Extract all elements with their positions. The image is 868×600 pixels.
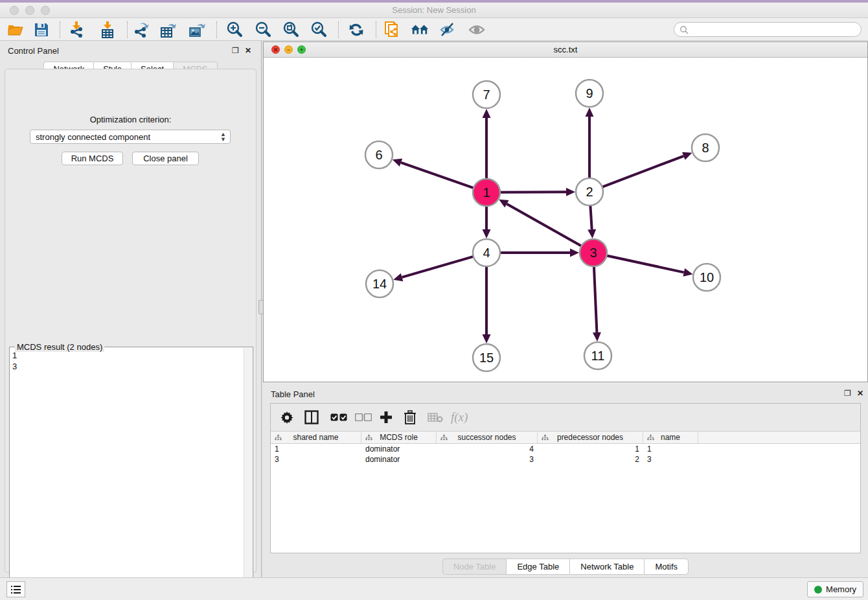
- graph-node-14[interactable]: 14: [366, 270, 393, 297]
- hide-graphics-icon[interactable]: [439, 21, 457, 39]
- close-window-icon[interactable]: [10, 6, 19, 15]
- edge-1-2[interactable]: [500, 192, 566, 192]
- graph-node-15[interactable]: 15: [473, 344, 500, 371]
- graph-node-6[interactable]: 6: [365, 141, 393, 168]
- edge-4-14[interactable]: [402, 257, 474, 277]
- float-panel-icon[interactable]: ❐: [232, 47, 239, 54]
- import-network-icon[interactable]: [67, 21, 86, 39]
- node-table-container: f(x) shared nameMCDS rolesuccessor nodes…: [270, 403, 861, 553]
- edge-arrowhead: [393, 159, 402, 167]
- svg-text:2: 2: [586, 185, 593, 199]
- select-all-icon[interactable]: [330, 409, 347, 426]
- memory-button[interactable]: Memory: [807, 581, 863, 597]
- toolbar-separator: [376, 21, 376, 38]
- criterion-value: strongly connected component: [36, 132, 150, 142]
- table-cell[interactable]: 1: [643, 444, 698, 454]
- table-settings-icon[interactable]: [280, 409, 293, 426]
- zoom-in-icon[interactable]: [225, 21, 244, 39]
- minimize-window-icon[interactable]: [25, 6, 34, 15]
- edge-arrowhead: [683, 268, 692, 277]
- table-cell[interactable]: 3: [271, 454, 361, 465]
- graph-node-8[interactable]: 8: [692, 134, 719, 161]
- column-header-shared-name[interactable]: shared name: [271, 432, 361, 443]
- main-toolbar: [0, 18, 868, 41]
- delete-column-icon[interactable]: [404, 409, 416, 426]
- window-title: Session: New Session: [0, 3, 868, 18]
- close-view-icon[interactable]: ✕: [271, 45, 280, 54]
- edge-arrowhead: [483, 334, 491, 343]
- show-graphics-icon[interactable]: [468, 21, 486, 39]
- refresh-icon[interactable]: [347, 21, 365, 39]
- graph-node-4[interactable]: 4: [473, 239, 500, 266]
- search-input[interactable]: [674, 22, 862, 37]
- network-graph: 7968124314101511: [264, 58, 867, 382]
- zoom-window-icon[interactable]: [41, 6, 50, 15]
- table-cell[interactable]: dominator: [361, 444, 437, 454]
- export-network-icon[interactable]: [132, 21, 150, 39]
- svg-text:3: 3: [589, 246, 597, 260]
- tab-motifs[interactable]: Motifs: [644, 559, 689, 575]
- zoom-selected-icon[interactable]: [310, 21, 328, 39]
- edge-3-1[interactable]: [507, 204, 581, 246]
- split-panel-icon[interactable]: [304, 409, 319, 426]
- first-neighbors-icon[interactable]: [411, 21, 429, 39]
- table-cell[interactable]: 1: [271, 444, 361, 454]
- graph-node-10[interactable]: 10: [693, 264, 720, 291]
- table-cell[interactable]: dominator: [361, 454, 437, 465]
- table-cell[interactable]: 1: [538, 444, 643, 454]
- column-header-predecessor-nodes[interactable]: predecessor nodes: [538, 432, 643, 443]
- edge-arrowhead: [483, 229, 491, 238]
- tab-network-table[interactable]: Network Table: [569, 559, 644, 575]
- table-cell[interactable]: 3: [643, 454, 698, 465]
- column-header-MCDS-role[interactable]: MCDS role: [361, 432, 437, 443]
- edge-2-3[interactable]: [590, 205, 591, 229]
- task-history-button[interactable]: [6, 581, 25, 597]
- tab-edge-table[interactable]: Edge Table: [506, 559, 569, 575]
- delete-table-icon[interactable]: [428, 409, 443, 426]
- table-row[interactable]: 3dominator323: [271, 454, 860, 465]
- table-cell[interactable]: 2: [538, 454, 643, 465]
- minimize-view-icon[interactable]: −: [284, 45, 293, 54]
- graph-node-9[interactable]: 9: [576, 80, 603, 107]
- result-scrollbar[interactable]: [244, 348, 252, 593]
- run-mcds-button[interactable]: Run MCDS: [62, 152, 123, 165]
- close-table-panel-icon[interactable]: ✕: [857, 389, 863, 397]
- network-view-window: ✕ − + scc.txt 7968124314101511: [263, 41, 868, 382]
- edge-3-10[interactable]: [607, 255, 684, 272]
- function-builder-icon[interactable]: f(x): [451, 409, 468, 426]
- table-cell[interactable]: 3: [437, 454, 538, 465]
- edge-2-8[interactable]: [602, 156, 684, 187]
- graph-node-1[interactable]: 1: [473, 179, 500, 206]
- table-row[interactable]: 1dominator411: [271, 444, 860, 454]
- export-image-icon[interactable]: [188, 21, 206, 39]
- duplicate-network-icon[interactable]: [383, 21, 402, 39]
- tab-node-table[interactable]: Node Table: [442, 559, 507, 575]
- network-canvas[interactable]: 7968124314101511: [264, 58, 867, 382]
- maximize-view-icon[interactable]: +: [297, 45, 306, 54]
- export-table-icon[interactable]: [159, 21, 177, 39]
- deselect-all-icon[interactable]: [355, 409, 372, 426]
- close-panel-icon[interactable]: ✕: [245, 47, 251, 54]
- table-panel: Table Panel ❐ ✕: [263, 384, 868, 577]
- list-icon: [11, 585, 21, 594]
- zoom-fit-icon[interactable]: [282, 21, 300, 39]
- edge-3-11[interactable]: [594, 266, 597, 332]
- table-cell[interactable]: 4: [437, 444, 538, 454]
- open-folder-icon[interactable]: [6, 21, 25, 39]
- edge-1-6[interactable]: [401, 163, 474, 188]
- import-table-icon[interactable]: [98, 21, 117, 39]
- save-icon[interactable]: [32, 21, 51, 39]
- graph-node-2[interactable]: 2: [576, 178, 603, 205]
- graph-node-11[interactable]: 11: [584, 342, 611, 369]
- close-panel-button[interactable]: Close panel: [132, 152, 199, 165]
- add-column-icon[interactable]: [380, 409, 393, 426]
- edge-arrowhead: [586, 108, 594, 117]
- float-table-panel-icon[interactable]: ❐: [844, 389, 851, 397]
- mcds-result-box: MCDS result (2 nodes) 1 3: [9, 347, 253, 594]
- zoom-out-icon[interactable]: [254, 21, 272, 39]
- criterion-select[interactable]: strongly connected component ▲▼: [30, 130, 231, 144]
- column-header-successor-nodes[interactable]: successor nodes: [437, 432, 538, 443]
- column-header-name[interactable]: name: [643, 432, 698, 443]
- graph-node-7[interactable]: 7: [473, 81, 500, 108]
- graph-node-3[interactable]: 3: [580, 239, 607, 266]
